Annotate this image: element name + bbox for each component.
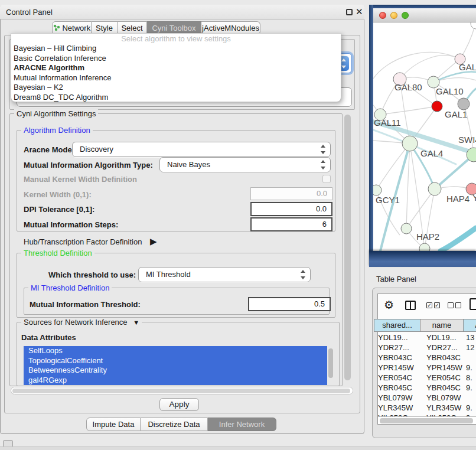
node-label: Y [472,193,476,203]
table-row[interactable]: YBR043CYBR043C [374,353,476,363]
screenshot-root: Control Panel ✕ Network Style Select Cyn… [0,0,476,450]
node-label: GCY1 [376,195,400,205]
settings-vertical-scrollbar[interactable] [344,115,351,380]
columns-icon[interactable] [405,301,416,310]
unchecked-checkbox-icon[interactable] [448,302,454,308]
network-icon [53,24,60,31]
mi-type-combo[interactable]: Naive Bayes [159,157,331,172]
stepper-icon [320,160,326,169]
gear-icon[interactable]: ⚙ [384,298,394,312]
network-window-frame-left [369,5,373,267]
node-label: HAP4 [446,194,470,204]
network-node-gal4[interactable] [402,136,418,151]
bottom-strip [0,446,476,450]
network-node-hap2[interactable] [401,223,412,234]
network-window-titlebar[interactable] [373,8,476,22]
aracne-mode-combo[interactable]: Discovery [72,142,331,157]
network-window-frame-bottom [369,251,476,267]
table-row[interactable]: YBL079WYBL079W [374,393,476,403]
dropdown-item[interactable]: Basic Correlation Inference [11,54,341,64]
aracne-mode-label: Aracne Mode: [24,145,74,154]
node-label: GAL1 [445,109,467,119]
table-row[interactable]: YDR27...YDR27...12 [374,343,476,353]
hub-definition-toggle[interactable]: Hub/Transcription Factor Definition ▶ [24,236,157,247]
document-icon[interactable] [470,298,476,310]
algorithm-dropdown-popup: Select algorithm to view settings Bayesi… [11,33,341,102]
network-node[interactable] [471,22,476,29]
manual-kernel-checkbox[interactable] [322,175,331,183]
column-header-shared-name[interactable]: shared... [374,319,420,332]
dropdown-item[interactable]: Bayesian – K2 [11,83,341,93]
minimize-traffic-icon[interactable] [390,12,397,19]
restore-icon[interactable] [346,9,353,15]
mi-steps-input[interactable]: 6 [250,217,332,231]
mi-threshold-group-title: MI Threshold Definition [28,283,112,292]
tab-impute-data[interactable]: Impute Data [86,418,141,431]
kernel-width-label: Kernel Width (0,1): [24,190,92,199]
manual-kernel-label: Manual Kernel Width Definition [24,175,137,184]
network-node-hap4[interactable] [428,182,441,195]
control-panel-title: Control Panel [6,8,53,17]
tab-infer-network[interactable]: Infer Network [208,418,276,431]
data-attributes-label: Data Attributes [21,333,76,342]
table-horizontal-scrollbar[interactable] [378,416,476,424]
node-label: GAL10 [436,86,464,96]
network-node[interactable] [458,98,470,110]
network-canvas[interactable]: GAL GAL80 GAL10 GAL1 GAL11 SWI4 GAL4 GCY… [373,22,476,251]
apply-button[interactable]: Apply [159,398,199,411]
list-scrollbar[interactable] [328,348,333,378]
node-label: HAP2 [416,231,439,242]
mi-threshold-label: Mutual Information Threshold: [30,300,141,309]
dropdown-item[interactable]: Bayesian – Hill Climbing [11,44,341,54]
network-node-gcy1[interactable] [373,185,382,195]
node-label: GAL [459,62,476,72]
list-item[interactable]: SelfLoops [24,346,327,356]
column-header-name[interactable]: name [420,319,464,332]
node-label: GAL4 [420,148,443,158]
mi-threshold-input[interactable]: 0.5 [248,297,331,311]
arrow-right-icon: ▶ [150,236,157,246]
network-node-gal1[interactable] [432,101,442,112]
list-item[interactable]: TopologicalCoefficient [24,356,327,366]
stepper-icon [320,145,326,154]
threshold-definition-title: Threshold Definition [21,249,94,257]
cyni-settings-title: Cyni Algorithm Settings [14,109,98,118]
list-item[interactable]: BetweennessCentrality [24,366,327,376]
mi-steps-label: Mutual Information Steps: [24,220,118,229]
stepper-icon [300,270,306,279]
which-threshold-combo[interactable]: MI Threshold [138,267,311,282]
network-node[interactable] [419,243,430,251]
checked-checkbox-icon[interactable]: ✓ [434,302,440,308]
node-label: GAL11 [374,118,401,128]
column-header-partial[interactable]: A [464,319,476,332]
unchecked-checkbox-icon[interactable] [455,302,461,308]
table-row[interactable]: YER054CYER054C8. [374,373,476,383]
dropdown-item[interactable]: Dream8 DC_TDC Algorithm [11,93,341,103]
table-row[interactable]: YLR345WYLR345W9. [374,403,476,413]
algorithm-definition-title: Algorithm Definition [21,126,93,135]
which-threshold-label: Which threshold to use: [48,270,136,279]
table-row[interactable]: YPR145WYPR145W9. [374,363,476,373]
dropdown-item[interactable]: Mutual Information Inference [11,73,341,83]
list-item[interactable]: gal4RGexp [24,376,327,386]
tab-discretize-data[interactable]: Discretize Data [141,418,208,431]
checked-checkbox-icon[interactable]: ✓ [426,302,432,308]
table-panel-title: Table Panel [376,275,416,283]
table-row[interactable]: YDL19...YDL19...13 [374,332,476,343]
close-traffic-icon[interactable] [379,12,386,19]
control-panel-titlebar: Control Panel ✕ [0,5,364,19]
dpi-tolerance-input[interactable]: 0.0 [250,202,332,216]
settings-horizontal-scrollbar[interactable] [11,387,353,394]
dpi-tolerance-label: DPI Tolerance [0,1]: [24,205,94,214]
data-attributes-list: SelfLoops TopologicalCoefficient Between… [24,346,327,385]
arrow-down-icon: ▼ [133,319,139,326]
kernel-width-input[interactable]: 0.0 [250,187,332,200]
table-row[interactable]: YBR045CYBR045C9. [374,383,476,393]
dropdown-item-selected[interactable]: ARACNE Algorithm [11,63,341,73]
zoom-traffic-icon[interactable] [402,12,409,19]
close-icon[interactable]: ✕ [356,6,363,17]
node-label: GAL80 [395,82,422,92]
sources-title[interactable]: Sources for Network Inference ▼ [21,318,142,327]
node-label: SWI4 [458,135,476,145]
table-header: shared... name A [374,319,476,332]
